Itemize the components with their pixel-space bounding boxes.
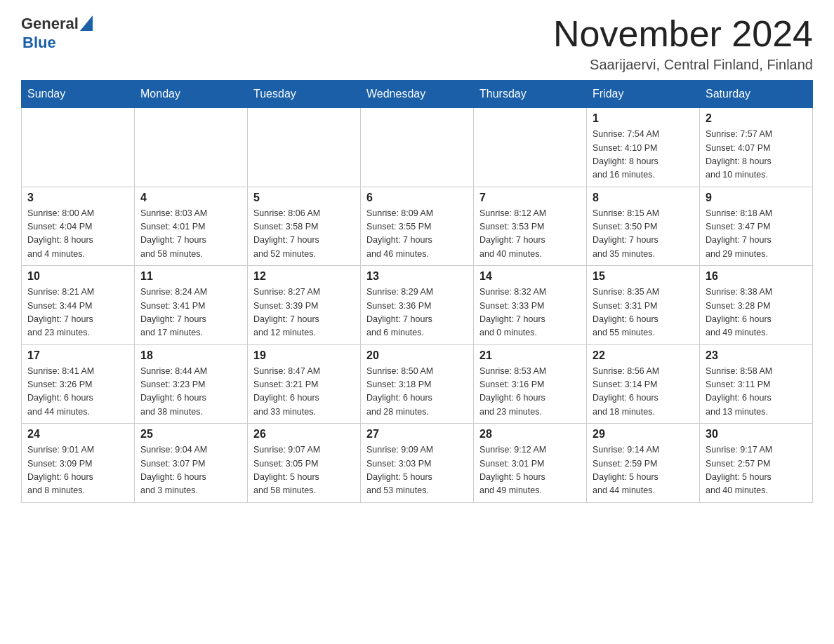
logo-blue-text: Blue	[22, 34, 56, 52]
logo-general-text: General	[21, 15, 79, 33]
calendar-cell: 5Sunrise: 8:06 AM Sunset: 3:58 PM Daylig…	[248, 187, 361, 266]
calendar-cell: 30Sunrise: 9:17 AM Sunset: 2:57 PM Dayli…	[700, 424, 813, 503]
calendar-cell: 6Sunrise: 8:09 AM Sunset: 3:55 PM Daylig…	[361, 187, 474, 266]
calendar-cell	[248, 108, 361, 187]
page-header: General Blue November 2024 Saarijaervi, …	[21, 14, 813, 73]
day-number: 28	[479, 428, 581, 441]
weekday-header-friday: Friday	[587, 81, 700, 108]
day-number: 24	[27, 428, 128, 441]
calendar-cell: 27Sunrise: 9:09 AM Sunset: 3:03 PM Dayli…	[361, 424, 474, 503]
week-row-3: 10Sunrise: 8:21 AM Sunset: 3:44 PM Dayli…	[22, 266, 813, 345]
calendar-cell: 17Sunrise: 8:41 AM Sunset: 3:26 PM Dayli…	[22, 344, 135, 424]
day-number: 30	[706, 428, 807, 441]
day-number: 12	[253, 270, 355, 283]
day-number: 10	[27, 270, 128, 283]
calendar-cell: 14Sunrise: 8:32 AM Sunset: 3:33 PM Dayli…	[474, 266, 587, 345]
calendar-cell: 9Sunrise: 8:18 AM Sunset: 3:47 PM Daylig…	[700, 187, 813, 266]
month-title: November 2024	[553, 14, 813, 54]
calendar-cell: 8Sunrise: 8:15 AM Sunset: 3:50 PM Daylig…	[587, 187, 700, 266]
calendar-cell: 22Sunrise: 8:56 AM Sunset: 3:14 PM Dayli…	[587, 344, 700, 424]
day-number: 2	[706, 112, 807, 125]
day-number: 5	[253, 192, 355, 204]
calendar-cell: 20Sunrise: 8:50 AM Sunset: 3:18 PM Dayli…	[361, 344, 474, 424]
logo: General Blue	[21, 14, 93, 52]
day-number: 25	[140, 428, 241, 441]
calendar-cell	[22, 108, 135, 187]
day-number: 27	[366, 428, 468, 441]
day-number: 16	[706, 270, 807, 283]
week-row-1: 1Sunrise: 7:54 AM Sunset: 4:10 PM Daylig…	[22, 108, 813, 187]
day-info: Sunrise: 9:04 AM Sunset: 3:07 PM Dayligh…	[140, 443, 241, 498]
day-info: Sunrise: 8:29 AM Sunset: 3:36 PM Dayligh…	[366, 286, 468, 340]
day-info: Sunrise: 9:14 AM Sunset: 2:59 PM Dayligh…	[593, 443, 694, 498]
weekday-header-sunday: Sunday	[22, 81, 135, 108]
calendar-cell: 16Sunrise: 8:38 AM Sunset: 3:28 PM Dayli…	[700, 266, 813, 345]
day-info: Sunrise: 8:24 AM Sunset: 3:41 PM Dayligh…	[140, 286, 241, 340]
logo-line1: General	[21, 14, 93, 34]
calendar-cell: 1Sunrise: 7:54 AM Sunset: 4:10 PM Daylig…	[587, 108, 700, 187]
calendar-cell: 28Sunrise: 9:12 AM Sunset: 3:01 PM Dayli…	[474, 424, 587, 503]
day-number: 4	[140, 192, 241, 204]
calendar-cell: 7Sunrise: 8:12 AM Sunset: 3:53 PM Daylig…	[474, 187, 587, 266]
day-info: Sunrise: 8:47 AM Sunset: 3:21 PM Dayligh…	[253, 365, 355, 420]
day-info: Sunrise: 8:21 AM Sunset: 3:44 PM Dayligh…	[27, 286, 128, 340]
day-info: Sunrise: 9:07 AM Sunset: 3:05 PM Dayligh…	[253, 443, 355, 498]
weekday-header-saturday: Saturday	[700, 81, 813, 108]
day-info: Sunrise: 8:58 AM Sunset: 3:11 PM Dayligh…	[706, 365, 807, 420]
calendar-cell: 26Sunrise: 9:07 AM Sunset: 3:05 PM Dayli…	[248, 424, 361, 503]
weekday-header-thursday: Thursday	[474, 81, 587, 108]
day-info: Sunrise: 8:44 AM Sunset: 3:23 PM Dayligh…	[140, 365, 241, 420]
day-info: Sunrise: 8:03 AM Sunset: 4:01 PM Dayligh…	[140, 207, 241, 262]
calendar-table: SundayMondayTuesdayWednesdayThursdayFrid…	[21, 80, 813, 503]
day-number: 22	[593, 349, 694, 362]
calendar-cell: 2Sunrise: 7:57 AM Sunset: 4:07 PM Daylig…	[700, 108, 813, 187]
weekday-header-monday: Monday	[135, 81, 248, 108]
calendar-cell: 11Sunrise: 8:24 AM Sunset: 3:41 PM Dayli…	[135, 266, 248, 345]
day-number: 29	[593, 428, 694, 441]
calendar-cell: 10Sunrise: 8:21 AM Sunset: 3:44 PM Dayli…	[22, 266, 135, 345]
calendar-cell: 23Sunrise: 8:58 AM Sunset: 3:11 PM Dayli…	[700, 344, 813, 424]
day-info: Sunrise: 9:17 AM Sunset: 2:57 PM Dayligh…	[706, 443, 807, 498]
calendar-cell	[135, 108, 248, 187]
day-number: 15	[593, 270, 694, 283]
calendar-cell: 29Sunrise: 9:14 AM Sunset: 2:59 PM Dayli…	[587, 424, 700, 503]
day-info: Sunrise: 8:12 AM Sunset: 3:53 PM Dayligh…	[479, 207, 581, 262]
day-info: Sunrise: 8:41 AM Sunset: 3:26 PM Dayligh…	[27, 365, 128, 420]
day-info: Sunrise: 7:54 AM Sunset: 4:10 PM Dayligh…	[593, 128, 694, 182]
day-number: 7	[479, 192, 581, 204]
svg-marker-0	[80, 15, 93, 31]
calendar-cell: 12Sunrise: 8:27 AM Sunset: 3:39 PM Dayli…	[248, 266, 361, 345]
day-number: 8	[593, 192, 694, 204]
day-number: 17	[27, 349, 128, 362]
calendar-cell: 15Sunrise: 8:35 AM Sunset: 3:31 PM Dayli…	[587, 266, 700, 345]
day-info: Sunrise: 8:15 AM Sunset: 3:50 PM Dayligh…	[593, 207, 694, 262]
day-info: Sunrise: 9:12 AM Sunset: 3:01 PM Dayligh…	[479, 443, 581, 498]
day-info: Sunrise: 8:56 AM Sunset: 3:14 PM Dayligh…	[593, 365, 694, 420]
day-info: Sunrise: 9:01 AM Sunset: 3:09 PM Dayligh…	[27, 443, 128, 498]
calendar-cell: 21Sunrise: 8:53 AM Sunset: 3:16 PM Dayli…	[474, 344, 587, 424]
calendar-cell: 13Sunrise: 8:29 AM Sunset: 3:36 PM Dayli…	[361, 266, 474, 345]
day-number: 1	[593, 112, 694, 125]
day-info: Sunrise: 8:18 AM Sunset: 3:47 PM Dayligh…	[706, 207, 807, 262]
day-number: 13	[366, 270, 468, 283]
calendar-cell: 25Sunrise: 9:04 AM Sunset: 3:07 PM Dayli…	[135, 424, 248, 503]
day-info: Sunrise: 8:06 AM Sunset: 3:58 PM Dayligh…	[253, 207, 355, 262]
day-info: Sunrise: 8:38 AM Sunset: 3:28 PM Dayligh…	[706, 286, 807, 340]
calendar-cell: 19Sunrise: 8:47 AM Sunset: 3:21 PM Dayli…	[248, 344, 361, 424]
day-number: 23	[706, 349, 807, 362]
day-info: Sunrise: 8:32 AM Sunset: 3:33 PM Dayligh…	[479, 286, 581, 340]
calendar-cell: 18Sunrise: 8:44 AM Sunset: 3:23 PM Dayli…	[135, 344, 248, 424]
day-info: Sunrise: 8:50 AM Sunset: 3:18 PM Dayligh…	[366, 365, 468, 420]
day-number: 3	[27, 192, 128, 204]
calendar-cell	[361, 108, 474, 187]
weekday-header-row: SundayMondayTuesdayWednesdayThursdayFrid…	[22, 81, 813, 108]
logo-triangle-icon	[80, 15, 93, 31]
day-number: 19	[253, 349, 355, 362]
location-title: Saarijaervi, Central Finland, Finland	[553, 57, 813, 73]
day-number: 6	[366, 192, 468, 204]
day-number: 14	[479, 270, 581, 283]
weekday-header-wednesday: Wednesday	[361, 81, 474, 108]
calendar-cell: 3Sunrise: 8:00 AM Sunset: 4:04 PM Daylig…	[22, 187, 135, 266]
day-info: Sunrise: 9:09 AM Sunset: 3:03 PM Dayligh…	[366, 443, 468, 498]
day-info: Sunrise: 8:53 AM Sunset: 3:16 PM Dayligh…	[479, 365, 581, 420]
